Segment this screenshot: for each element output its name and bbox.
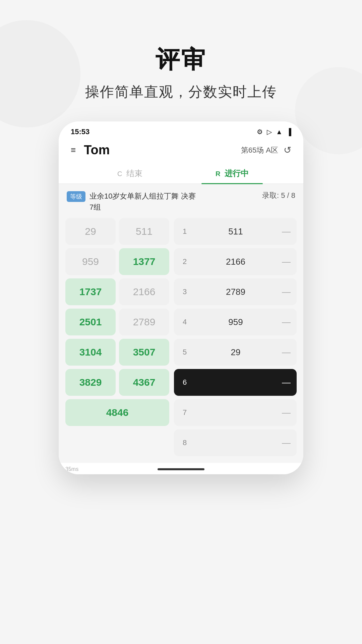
rank-dash-7: — [282,408,291,418]
num-cell-29[interactable]: 29 [65,218,116,245]
rank-row-6[interactable]: 6 — [174,369,297,396]
tabs-bar: C 结束 R 进行中 [59,162,303,184]
tab-inprogress-prefix: R [216,170,220,177]
num-cell-959[interactable]: 959 [65,248,116,275]
left-row-7: 4846 [65,399,169,426]
rank-row-3[interactable]: 3 2789 — [174,278,297,305]
num-cell-2501[interactable]: 2501 [65,309,116,335]
competition-left: 等级 业余10岁女单新人组拉丁舞 决赛7组 [67,191,196,213]
rank-num-5: 5 [180,348,189,357]
rank-bib-2: 2166 [193,257,279,267]
num-cell-4846[interactable]: 4846 [65,399,169,426]
num-cell-4367[interactable]: 4367 [119,369,169,396]
left-row-1: 29 511 [65,218,169,245]
rank-dash-2: — [282,257,291,267]
page-subtitle: 操作简单直观，分数实时上传 [85,83,277,101]
rank-dash-1: — [282,226,291,237]
rank-dash-4: — [282,317,291,327]
rank-row-1[interactable]: 1 511 — [174,218,297,245]
num-cell-1737[interactable]: 1737 [65,278,116,305]
battery-icon: ▐ [287,128,291,136]
wifi-icon: ▲ [276,128,283,136]
left-row-5: 3104 3507 [65,339,169,366]
app-header-left: ≡ Tom [71,143,110,157]
num-cell-3507[interactable]: 3507 [119,339,169,366]
left-row-3: 1737 2166 [65,278,169,305]
phone-mockup: 15:53 ⚙ ▷ ▲ ▐ ≡ Tom 第65场 A区 ↺ C 结束 R 进行中 [59,121,303,474]
tab-inprogress-label: 进行中 [225,169,249,178]
phone-bottom: 35ms [59,463,303,474]
rank-row-8[interactable]: 8 — [174,429,297,456]
rank-row-5[interactable]: 5 29 — [174,339,297,366]
num-cell-511[interactable]: 511 [119,218,169,245]
content-area: 等级 业余10岁女单新人组拉丁舞 决赛7组 录取: 5 / 8 29 511 9… [59,184,303,463]
rank-bib-4: 959 [193,317,279,327]
grade-badge: 等级 [67,191,85,202]
num-cell-2789[interactable]: 2789 [119,309,169,335]
rank-row-7[interactable]: 7 — [174,399,297,426]
left-row-2: 959 1377 [65,248,169,275]
page-title: 评审 [85,44,277,76]
rank-num-7: 7 [180,408,189,417]
rank-bib-5: 29 [193,347,279,358]
menu-icon[interactable]: ≡ [71,145,76,155]
num-cell-3104[interactable]: 3104 [65,339,116,366]
grid-container: 29 511 959 1377 1737 2166 2501 2789 3104 [65,218,297,456]
rank-num-4: 4 [180,318,189,326]
rank-row-2[interactable]: 2 2166 — [174,248,297,275]
left-row-4: 2501 2789 [65,309,169,335]
refresh-icon[interactable]: ↺ [284,145,291,156]
rank-num-3: 3 [180,287,189,296]
rank-dash-5: — [282,347,291,358]
app-header-right: 第65场 A区 ↺ [241,145,291,156]
venue-info: 第65场 A区 [241,145,278,155]
status-time: 15:53 [71,127,89,136]
rank-num-1: 1 [180,227,189,236]
right-grid: 1 511 — 2 2166 — 3 2789 — 4 959 — [174,218,297,456]
left-row-6: 3829 4367 [65,369,169,396]
app-header: ≡ Tom 第65场 A区 ↺ [59,140,303,162]
tab-ended-label: 结束 [126,169,142,178]
rank-row-4[interactable]: 4 959 — [174,309,297,335]
competition-name: 业余10岁女单新人组拉丁舞 决赛7组 [89,191,196,213]
settings-icon: ⚙ [257,128,263,136]
left-grid: 29 511 959 1377 1737 2166 2501 2789 3104 [65,218,169,456]
rank-num-6: 6 [180,378,189,387]
tab-ended[interactable]: C 结束 [79,162,181,183]
app-title: Tom [84,143,110,157]
debug-text: 35ms [65,466,78,472]
rank-num-8: 8 [180,438,189,447]
home-indicator [158,468,204,470]
admission-info: 录取: 5 / 8 [262,191,295,201]
competition-header: 等级 业余10岁女单新人组拉丁舞 决赛7组 录取: 5 / 8 [65,191,297,213]
num-cell-1377[interactable]: 1377 [119,248,169,275]
num-cell-3829[interactable]: 3829 [65,369,116,396]
tab-inprogress[interactable]: R 进行中 [181,162,283,183]
tab-ended-prefix: C [117,170,122,177]
rank-dash-8: — [282,438,291,448]
rank-dash-6: — [282,377,291,388]
status-bar: 15:53 ⚙ ▷ ▲ ▐ [59,121,303,140]
page-header: 评审 操作简单直观，分数实时上传 [85,44,277,101]
bg-decoration-circle-right [295,67,362,154]
num-cell-2166[interactable]: 2166 [119,278,169,305]
play-icon: ▷ [267,128,272,136]
bg-decoration-circle-left [0,20,80,127]
rank-bib-3: 2789 [193,287,279,297]
status-icons: ⚙ ▷ ▲ ▐ [257,128,291,136]
rank-num-2: 2 [180,257,189,266]
rank-dash-3: — [282,287,291,297]
rank-bib-1: 511 [193,226,279,237]
